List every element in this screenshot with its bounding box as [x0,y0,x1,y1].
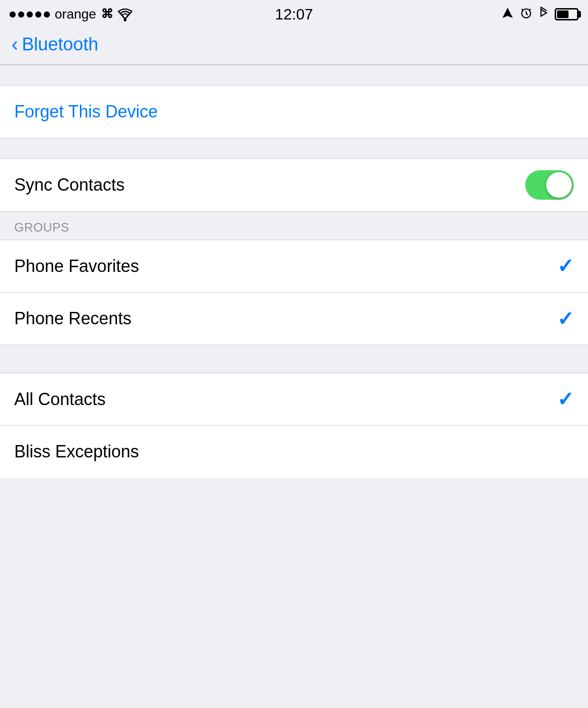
signal-dot-2 [18,11,24,18]
back-chevron-icon: ‹ [11,34,18,54]
all-contacts-cell[interactable]: All Contacts ✓ [0,373,588,426]
back-button[interactable]: ‹ Bluetooth [11,34,98,55]
section-gap-3 [0,345,588,373]
location-icon [501,7,514,22]
phone-favorites-cell[interactable]: Phone Favorites ✓ [0,240,588,292]
signal-dot-5 [44,11,50,18]
bliss-exceptions-cell[interactable]: Bliss Exceptions [0,426,588,478]
signal-dot-3 [27,11,33,18]
phone-recents-label: Phone Recents [14,309,131,329]
status-right [501,6,578,22]
groups-section: Phone Favorites ✓ Phone Recents ✓ [0,240,588,345]
sync-contacts-cell[interactable]: Sync Contacts [0,159,588,211]
back-label: Bluetooth [22,34,98,55]
signal-dot-4 [35,11,41,18]
signal-dots [10,11,50,18]
phone-recents-checkmark: ✓ [557,307,574,330]
status-left: orange ⌘ [10,7,134,22]
section-gap-2 [0,138,588,159]
toggle-knob [546,172,572,198]
phone-favorites-label: Phone Favorites [14,256,139,276]
all-contacts-label: All Contacts [14,389,106,409]
carrier-name: orange [55,7,96,22]
groups-header-text: GROUPS [14,220,69,234]
phone-recents-cell[interactable]: Phone Recents ✓ [0,292,588,345]
all-contacts-section: All Contacts ✓ Bliss Exceptions [0,373,588,478]
battery-icon [555,8,578,20]
signal-dot-1 [10,11,16,18]
sync-contacts-label: Sync Contacts [14,175,125,195]
bluetooth-icon [539,6,549,22]
groups-section-header: GROUPS [0,211,588,240]
svg-point-0 [124,19,127,21]
wifi-icon: ⌘ [101,7,134,21]
all-contacts-checkmark: ✓ [557,388,574,411]
forget-device-section: Forget This Device [0,86,588,138]
sync-contacts-toggle[interactable] [525,170,574,200]
status-bar: orange ⌘ 12:07 [0,0,588,29]
forget-device-cell[interactable]: Forget This Device [0,86,588,138]
forget-device-label: Forget This Device [14,102,157,122]
phone-favorites-checkmark: ✓ [557,254,574,278]
sync-contacts-section: Sync Contacts [0,159,588,211]
alarm-icon [519,6,533,22]
nav-header[interactable]: ‹ Bluetooth [0,29,588,65]
section-gap-1 [0,65,588,86]
status-time: 12:07 [275,6,313,23]
bliss-exceptions-label: Bliss Exceptions [14,442,139,462]
